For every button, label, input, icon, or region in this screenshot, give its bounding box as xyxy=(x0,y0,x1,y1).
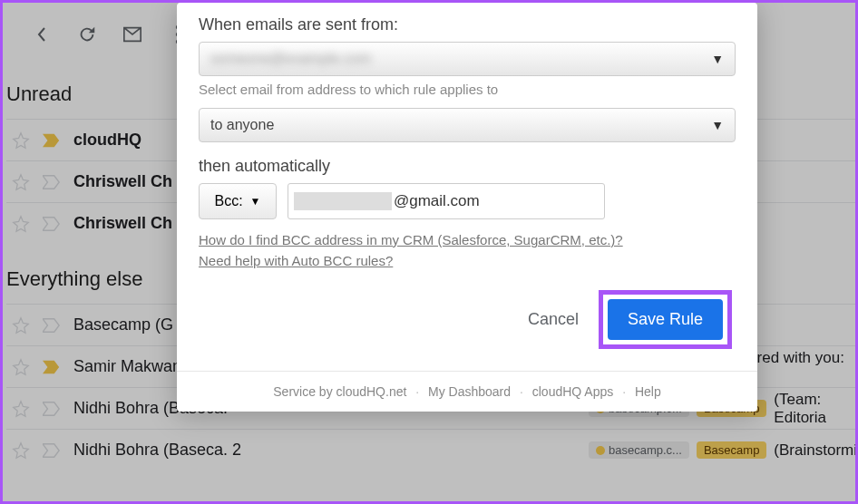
important-marker-icon[interactable] xyxy=(43,358,61,376)
star-icon[interactable] xyxy=(12,400,30,418)
to-recipient-value: to anyone xyxy=(210,117,274,133)
chevron-down-icon: ▼ xyxy=(711,118,724,132)
auto-bcc-rules-modal: When emails are sent from: someone@examp… xyxy=(177,3,757,412)
star-icon[interactable] xyxy=(12,441,30,460)
important-marker-icon[interactable] xyxy=(43,215,61,233)
save-rule-button[interactable]: Save Rule xyxy=(608,299,723,340)
sender-name: Chriswell Ch xyxy=(73,172,172,191)
sender-name: Nidhi Bohra (Baseca. 2 xyxy=(73,441,241,460)
when-label: When emails are sent from: xyxy=(199,15,736,34)
chevron-down-icon: ▼ xyxy=(250,195,261,208)
sender-name: Basecamp (G xyxy=(73,315,173,334)
email-subject: basecamp.c... Basecamp (Brainstormin xyxy=(589,441,858,460)
footer-help-link[interactable]: Help xyxy=(635,384,661,399)
footer-dashboard-link[interactable]: My Dashboard xyxy=(428,384,511,399)
star-icon[interactable] xyxy=(12,173,30,191)
email-row[interactable]: Nidhi Bohra (Baseca. 2 basecamp.c... Bas… xyxy=(6,429,855,470)
then-label: then automatically xyxy=(199,157,736,176)
star-icon[interactable] xyxy=(12,131,30,150)
help-link-rules[interactable]: Need help with Auto BCC rules? xyxy=(199,253,736,268)
important-marker-icon[interactable] xyxy=(43,441,61,460)
bcc-email-input[interactable]: @gmail.com xyxy=(288,183,605,219)
star-icon[interactable] xyxy=(12,316,30,334)
back-caret-icon[interactable] xyxy=(32,24,52,44)
refresh-icon[interactable] xyxy=(77,24,97,44)
from-email-select[interactable]: someone@example.com ▼ xyxy=(199,42,736,76)
sender-name: cloudHQ xyxy=(73,131,141,150)
bcc-type-select[interactable]: Bcc: ▼ xyxy=(199,183,277,219)
star-icon[interactable] xyxy=(12,215,30,233)
mark-read-icon[interactable] xyxy=(122,24,142,44)
from-email-value: someone@example.com xyxy=(210,51,371,67)
important-marker-icon[interactable] xyxy=(43,316,61,334)
important-marker-icon[interactable] xyxy=(43,173,61,191)
cancel-button[interactable]: Cancel xyxy=(528,310,579,329)
important-marker-icon[interactable] xyxy=(43,400,61,418)
help-link-crm[interactable]: How do I find BCC address in my CRM (Sal… xyxy=(199,232,736,247)
footer-apps-link[interactable]: cloudHQ Apps xyxy=(532,384,614,399)
sender-name: Chriswell Ch xyxy=(73,214,172,233)
to-recipient-select[interactable]: to anyone ▼ xyxy=(199,108,736,142)
from-help-text: Select email from address to which rule … xyxy=(199,82,736,97)
modal-footer: Service by cloudHQ.net · My Dashboard · … xyxy=(177,371,757,412)
important-marker-icon[interactable] xyxy=(43,131,61,150)
redacted-email-user xyxy=(294,192,392,210)
footer-service: Service by cloudHQ.net xyxy=(273,384,406,399)
save-rule-highlight: Save Rule xyxy=(599,290,732,349)
star-icon[interactable] xyxy=(12,358,30,376)
chevron-down-icon: ▼ xyxy=(711,52,724,66)
email-domain-suffix: @gmail.com xyxy=(394,192,480,210)
